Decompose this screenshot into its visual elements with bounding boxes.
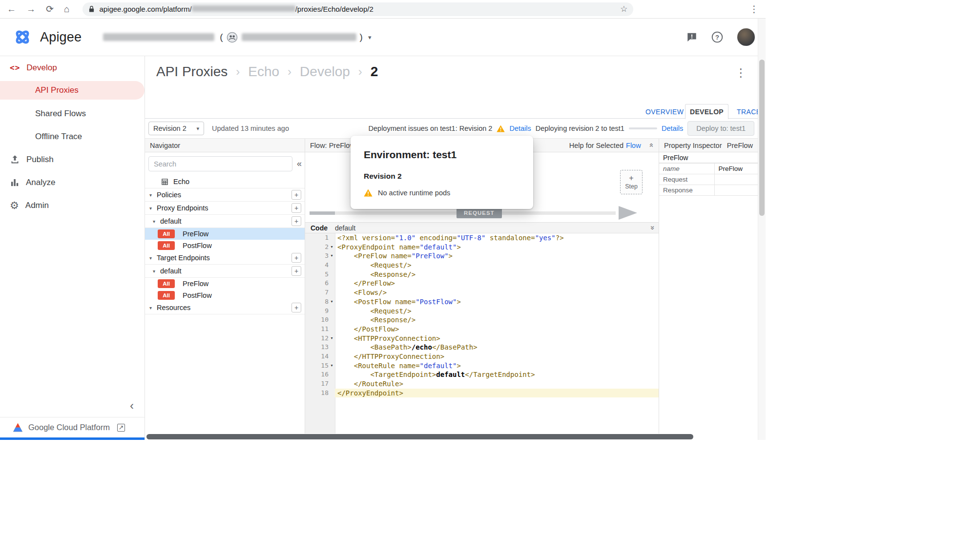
environment-popup: Environment: test1 Revision 2 No active … [351, 136, 533, 209]
code-line[interactable]: 15▾ <RouteRule name="default"> [305, 361, 659, 371]
navigator-flow-preflow[interactable]: All PreFlow [145, 228, 305, 240]
navigator-collapse-icon[interactable]: « [297, 159, 302, 169]
property-value-cell[interactable] [714, 185, 758, 196]
code-line[interactable]: 12▾ <HTTPProxyConnection> [305, 334, 659, 343]
request-segment[interactable]: REQUEST [457, 207, 502, 218]
home-icon[interactable]: ⌂ [64, 4, 69, 14]
navigator-section-resources[interactable]: ▾ Resources + [145, 301, 305, 314]
property-value-cell[interactable]: PreFlow [714, 164, 758, 174]
navigator-target-endpoint-default[interactable]: ▾ default + [145, 265, 305, 278]
navigator-target-flow-postflow[interactable]: All PostFlow [145, 290, 305, 301]
code-line[interactable]: 13 <BasePath>/echo</BasePath> [305, 343, 659, 352]
help-flow-link[interactable]: Flow [626, 142, 641, 149]
caret-down-icon[interactable]: ▾ [149, 206, 157, 211]
code-line[interactable]: 18</ProxyEndpoint> [305, 389, 659, 398]
help-icon[interactable]: ? [711, 31, 723, 43]
tab-develop-label: DEVELOP [690, 108, 724, 116]
revision-select-value: Revision 2 [153, 124, 187, 132]
navigator-target-flow-preflow[interactable]: All PreFlow [145, 278, 305, 290]
sidebar-item-publish[interactable]: Publish [0, 148, 145, 171]
add-resource-button[interactable]: + [291, 303, 301, 312]
code-line[interactable]: 1<?xml version="1.0" encoding="UTF-8" st… [305, 233, 659, 243]
browser-menu-icon[interactable]: ⋮ [749, 3, 759, 15]
navigator-section-proxy-endpoints[interactable]: ▾ Proxy Endpoints + [145, 202, 305, 215]
navigator-section-target-endpoints[interactable]: ▾ Target Endpoints + [145, 251, 305, 265]
warning-icon [364, 189, 373, 197]
navigator-proxy-echo[interactable]: Echo [145, 175, 305, 188]
sidebar-item-shared-flows[interactable]: Shared Flows [0, 102, 145, 125]
svg-text:?: ? [715, 34, 719, 41]
gcp-link[interactable]: Google Cloud Platform ↗ [0, 417, 145, 437]
sidebar-item-develop[interactable]: <> Develop [0, 56, 145, 79]
code-line[interactable]: 7 <Flows/> [305, 288, 659, 297]
navigator-flow-postflow[interactable]: All PostFlow [145, 240, 305, 251]
revision-select[interactable]: Revision 2 ▾ [148, 122, 204, 135]
add-target-endpoint-button[interactable]: + [291, 253, 301, 263]
add-flow-button[interactable]: + [291, 216, 301, 226]
sidebar-item-api-proxies[interactable]: API Proxies [0, 81, 145, 100]
sidebar-item-analyze[interactable]: Analyze [0, 171, 145, 194]
breadcrumb-section[interactable]: Develop [300, 64, 350, 80]
caret-down-icon[interactable]: ▾ [153, 219, 160, 224]
code-line[interactable]: 9 <Request/> [305, 307, 659, 316]
code-line[interactable]: 3▾ <PreFlow name="PreFlow"> [305, 251, 659, 261]
add-step-button[interactable]: + Step [620, 170, 643, 194]
caret-down-icon[interactable]: ▾ [153, 269, 160, 274]
flow-panel-collapse-icon[interactable]: « [647, 143, 656, 147]
line-gutter: 2▾ [305, 243, 335, 252]
add-policy-button[interactable]: + [291, 190, 301, 200]
address-bar[interactable]: apigee.google.com/platform//proxies/Echo… [83, 2, 633, 16]
avatar[interactable] [737, 28, 755, 46]
search-input[interactable] [148, 156, 292, 171]
fold-caret-icon[interactable]: ▾ [329, 297, 335, 307]
code-line[interactable]: 14 </HTTPProxyConnection> [305, 352, 659, 361]
code-line[interactable]: 11 </PostFlow> [305, 325, 659, 334]
bookmark-star-icon[interactable]: ☆ [620, 4, 627, 14]
sidebar-item-offline-trace[interactable]: Offline Trace [0, 125, 145, 148]
navigator-section-policies[interactable]: ▾ Policies + [145, 188, 305, 202]
back-icon[interactable]: ← [7, 4, 16, 14]
deployment-details-link[interactable]: Details [509, 124, 531, 132]
table-row: name PreFlow [659, 164, 758, 174]
page-overflow-menu-icon[interactable]: ⋮ [735, 66, 747, 80]
property-name-cell: Request [659, 174, 714, 185]
property-value-cell[interactable] [714, 174, 758, 185]
code-line[interactable]: 5 <Response/> [305, 270, 659, 279]
caret-down-icon[interactable]: ▾ [149, 192, 157, 198]
sidebar-collapse-icon[interactable]: ‹ [130, 399, 134, 413]
vertical-scrollbar-thumb[interactable] [759, 60, 765, 216]
caret-down-icon[interactable]: ▾ [149, 255, 157, 261]
code-line[interactable]: 2▾<ProxyEndpoint name="default"> [305, 243, 659, 252]
reload-icon[interactable]: ⟳ [46, 4, 54, 14]
breadcrumb-api-proxies[interactable]: API Proxies [156, 64, 228, 80]
deploy-button[interactable]: Deploy to: test1 [687, 121, 754, 136]
add-proxy-endpoint-button[interactable]: + [291, 203, 301, 213]
code-line[interactable]: 10 <Response/> [305, 315, 659, 325]
fold-caret-icon[interactable]: ▾ [329, 361, 335, 371]
code-line[interactable]: 6 </PreFlow> [305, 279, 659, 288]
tab-develop[interactable]: DEVELOP [685, 104, 728, 119]
navigator-proxy-endpoint-default[interactable]: ▾ default + [145, 215, 305, 228]
code-line[interactable]: 17 </RouteRule> [305, 379, 659, 389]
code-line[interactable]: 16 <TargetEndpoint>default</TargetEndpoi… [305, 370, 659, 379]
horizontal-scrollbar-thumb[interactable] [146, 434, 693, 439]
forward-icon[interactable]: → [26, 4, 36, 14]
code-editor[interactable]: 1<?xml version="1.0" encoding="UTF-8" st… [305, 233, 659, 434]
breadcrumb-proxy[interactable]: Echo [248, 64, 279, 80]
code-panel-collapse-icon[interactable]: « [647, 226, 655, 229]
feedback-icon[interactable] [686, 32, 697, 42]
add-flow-button[interactable]: + [291, 266, 301, 276]
org-selector-caret-icon[interactable]: ▾ [368, 34, 372, 41]
code-text: </PreFlow> [335, 279, 659, 288]
fold-caret-icon[interactable]: ▾ [329, 334, 335, 343]
flow-condition-badge: All [158, 291, 175, 300]
code-line[interactable]: 8▾ <PostFlow name="PostFlow"> [305, 297, 659, 307]
code-text: <RouteRule name="default"> [335, 361, 659, 371]
sidebar-item-admin[interactable]: ⚙ Admin [0, 194, 145, 217]
tab-overview[interactable]: OVERVIEW [645, 108, 684, 116]
fold-caret-icon[interactable]: ▾ [329, 243, 335, 252]
fold-caret-icon[interactable]: ▾ [329, 251, 335, 261]
code-line[interactable]: 4 <Request/> [305, 261, 659, 270]
caret-down-icon[interactable]: ▾ [149, 305, 157, 311]
deploying-details-link[interactable]: Details [662, 124, 683, 132]
